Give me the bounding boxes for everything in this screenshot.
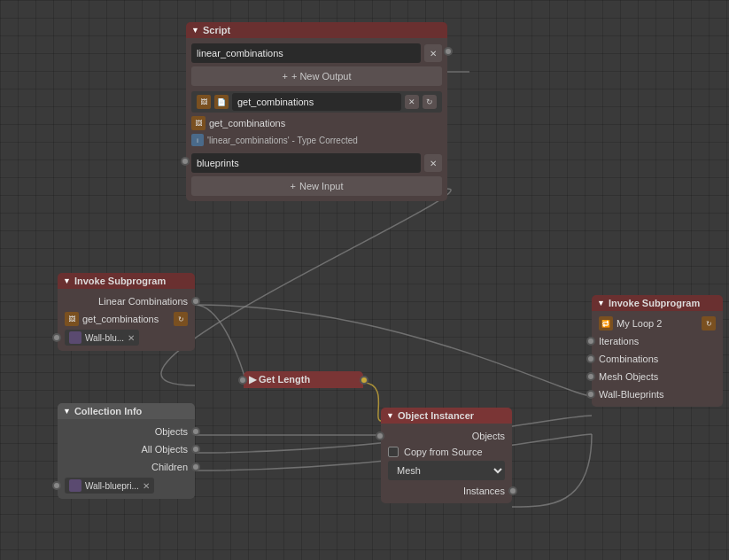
copy-from-source-checkbox[interactable] xyxy=(388,447,399,457)
wall-tag-row-coll: Wall-bluepri... ✕ xyxy=(58,476,195,495)
new-output-row: + + New Output xyxy=(186,65,447,88)
wall-blueprints-tag-coll: Wall-bluepri... ✕ xyxy=(65,478,154,494)
get-combinations-search-row: 🖼 📄 ✕ ↻ xyxy=(191,91,442,113)
children-socket-right xyxy=(191,463,200,471)
wall-tag-label: Wall-blu... xyxy=(85,333,124,343)
get-length-socket-left xyxy=(238,376,247,385)
script-node-header: ▼ Script xyxy=(186,22,447,38)
combinations-row: Combinations xyxy=(592,350,723,368)
copy-from-source-row: Copy from Source xyxy=(381,445,512,459)
linear-comb-socket-right xyxy=(191,297,200,306)
object-instancer-node: ▼ Object Instancer Objects Copy from Sou… xyxy=(381,408,512,503)
collection-info-header: ▼ Collection Info xyxy=(58,403,195,419)
type-corrected-text: 'linear_combinations' - Type Corrected xyxy=(207,136,358,145)
collapse-triangle[interactable]: ▼ xyxy=(191,26,199,35)
mesh-dropdown[interactable]: Mesh xyxy=(388,461,505,480)
invoke-left-body: Linear Combinations 🖼 get_combinations ↻… xyxy=(58,289,195,351)
my-loop-2-row: 🔁 My Loop 2 ↻ xyxy=(592,315,723,332)
new-input-button[interactable]: + New Input xyxy=(191,176,442,196)
invoke-right-body: 🔁 My Loop 2 ↻ Iterations Combinations Me… xyxy=(592,311,723,407)
get-comb-text: get_combinations xyxy=(82,314,159,324)
get-comb-icon3: ↻ xyxy=(174,312,188,326)
children-row: Children xyxy=(58,458,195,476)
type-corrected-row: i 'linear_combinations' - Type Corrected xyxy=(186,132,447,148)
new-input-row: + New Input xyxy=(186,175,447,198)
loop-icon: 🔁 xyxy=(599,316,613,331)
get-comb-icon2: 🖼 xyxy=(65,312,79,326)
wall-blueprints-tag: Wall-blu... ✕ xyxy=(65,330,139,346)
get-combinations-search[interactable] xyxy=(232,93,401,111)
blueprints-socket-left xyxy=(181,157,190,166)
loop-icon2: ↻ xyxy=(702,316,716,331)
close-get-comb-btn[interactable]: ✕ xyxy=(405,95,419,109)
combinations-socket xyxy=(586,354,595,363)
wall-blueprints-label: Wall-Blueprints xyxy=(599,389,664,400)
close-wall-coll[interactable]: ✕ xyxy=(143,481,150,491)
wall-bp-socket xyxy=(586,390,595,399)
close-wall-tag[interactable]: ✕ xyxy=(128,333,135,343)
all-objects-row: All Objects xyxy=(58,440,195,458)
get-length-title: ▶ Get Length xyxy=(249,374,310,385)
invoke-left-title: Invoke Subprogram xyxy=(74,276,166,286)
new-output-button[interactable]: + + New Output xyxy=(191,66,442,86)
get-comb-row: 🖼 get_combinations ↻ xyxy=(58,310,195,328)
invoke-right-title: Invoke Subprogram xyxy=(609,298,700,308)
wall-tag-socket-coll xyxy=(52,481,61,490)
blueprints-row: ✕ xyxy=(186,152,447,175)
mesh-objects-label: Mesh Objects xyxy=(599,371,658,382)
plus-icon: + xyxy=(282,71,287,82)
all-objects-label: All Objects xyxy=(141,444,188,455)
get-length-socket-right xyxy=(360,376,368,385)
wall-tag-row: Wall-blu... ✕ xyxy=(58,328,195,347)
get-combinations-label: get_combinations xyxy=(209,118,285,128)
objects-row: Objects xyxy=(58,423,195,440)
collection-info-body: Objects All Objects Children Wall-bluepr… xyxy=(58,419,195,499)
new-output-label: + New Output xyxy=(291,71,352,82)
iterations-row: Iterations xyxy=(592,332,723,350)
oi-objects-socket-left xyxy=(376,432,384,440)
copy-from-source-label: Copy from Source xyxy=(404,447,483,457)
combinations-label: Combinations xyxy=(599,354,658,364)
iterations-label: Iterations xyxy=(599,336,639,346)
instances-socket-right xyxy=(508,486,517,495)
close-linear-btn[interactable]: ✕ xyxy=(424,44,442,62)
new-input-label: New Input xyxy=(299,181,344,191)
object-instancer-title: Object Instancer xyxy=(398,410,474,421)
collapse-tri-oi[interactable]: ▼ xyxy=(386,411,394,420)
linear-comb-label: Linear Combinations xyxy=(98,296,188,307)
get-length-node: ▶ Get Length xyxy=(244,371,363,388)
iterations-socket xyxy=(586,337,595,346)
mesh-objects-socket xyxy=(586,372,595,381)
close-blueprints-btn[interactable]: ✕ xyxy=(424,154,442,172)
blueprints-input[interactable] xyxy=(191,153,421,173)
oi-objects-row: Objects xyxy=(381,427,512,445)
mesh-select-wrapper: Mesh xyxy=(381,459,512,482)
script-node: ▼ Script ✕ + + New Output 🖼 📄 ✕ ↻ 🖼 xyxy=(186,22,447,201)
invoke-subprogram-left: ▼ Invoke Subprogram Linear Combinations … xyxy=(58,273,195,351)
instances-label: Instances xyxy=(463,486,505,496)
collection-info-node: ▼ Collection Info Objects All Objects Ch… xyxy=(58,403,195,499)
invoke-left-header: ▼ Invoke Subprogram xyxy=(58,273,195,289)
get-length-header: ▶ Get Length xyxy=(244,371,363,388)
collapse-triangle-right[interactable]: ▼ xyxy=(597,299,605,307)
linear-combinations-socket-right xyxy=(444,47,453,56)
invoke-right-header: ▼ Invoke Subprogram xyxy=(592,295,723,311)
info-icon: i xyxy=(191,134,204,146)
wall-blueprints-row: Wall-Blueprints xyxy=(592,385,723,403)
img-icon: 🖼 xyxy=(197,95,211,109)
linear-comb-output-row: Linear Combinations xyxy=(58,292,195,310)
collapse-tri-coll[interactable]: ▼ xyxy=(63,407,71,416)
oi-objects-label: Objects xyxy=(472,431,505,441)
all-objects-socket-right xyxy=(191,445,200,454)
plus-icon2: + xyxy=(291,181,296,191)
children-label: Children xyxy=(151,462,188,472)
collapse-triangle-left[interactable]: ▼ xyxy=(63,276,71,285)
my-loop-2-label: My Loop 2 xyxy=(617,318,662,329)
invoke-subprogram-right: ▼ Invoke Subprogram 🔁 My Loop 2 ↻ Iterat… xyxy=(592,295,723,407)
linear-combinations-input[interactable] xyxy=(191,43,421,63)
instances-row: Instances xyxy=(381,482,512,500)
object-instancer-header: ▼ Object Instancer xyxy=(381,408,512,424)
refresh-get-comb-btn[interactable]: ↻ xyxy=(423,95,437,109)
wall-icon-coll xyxy=(69,479,81,492)
script-icon: 📄 xyxy=(214,95,229,109)
